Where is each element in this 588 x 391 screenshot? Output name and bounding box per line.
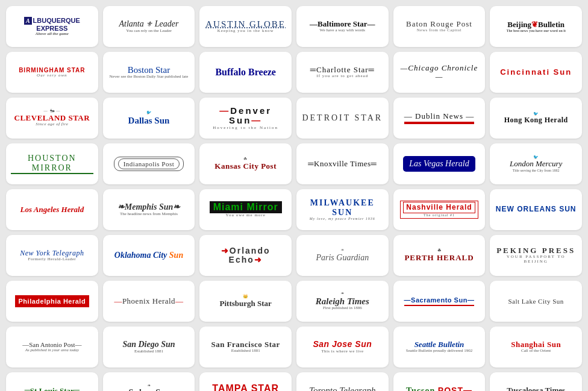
card-paris[interactable]: ❧ Paris Guardian	[296, 235, 389, 276]
card-indianapolis[interactable]: Indianapolis Post	[103, 143, 195, 184]
card-toronto[interactable]: Toronto Telegraph The published in Ameri…	[296, 372, 389, 391]
card-philadelphia[interactable]: Philadelphia Herald	[6, 281, 98, 322]
card-oklahoma[interactable]: Oklahoma City Sun	[103, 235, 195, 276]
card-seattle[interactable]: Seattle Bulletin Seattle Bulletin proudl…	[393, 327, 486, 368]
card-stlouis[interactable]: ═St Louis Star═ Serving, evolving and cr…	[6, 372, 98, 391]
card-sanfrancisco[interactable]: San Francisco Star Established 1881	[199, 327, 292, 368]
card-orlando[interactable]: ➜Orlando Echo➜	[199, 235, 292, 276]
card-sanantonio[interactable]: ―San Antonio Post― As published in your …	[6, 327, 98, 368]
card-sanjose[interactable]: San Jose Sun This is where we live	[296, 327, 389, 368]
card-london[interactable]: 🐦 London Mercury Title serving the City …	[490, 143, 582, 184]
card-hongkong[interactable]: 🐦 Hong Kong Herald	[490, 98, 582, 139]
card-knoxville[interactable]: ═Knoxville Times═	[296, 143, 389, 184]
card-tucson[interactable]: Tucson Post― News from the last capital …	[393, 372, 486, 391]
card-peking[interactable]: Peking Press Your passport to Beijing	[490, 235, 582, 276]
card-neworleans[interactable]: New Orleans Sun	[490, 189, 582, 230]
card-memphis[interactable]: ❧Memphis Sun❧ The headline news from Mem…	[103, 189, 195, 230]
card-sacramento[interactable]: ―Sacramento Sun―	[393, 281, 486, 322]
card-tampa[interactable]: Tampa Star Serving Tampa Bay & Hillsboro…	[199, 372, 292, 391]
card-perth[interactable]: ☘ Perth Herald	[393, 235, 486, 276]
card-austin[interactable]: Austin Globe Keeping you in the know	[199, 6, 292, 47]
card-albuquerque[interactable]: ALBUQUERQUE EXPRESS Above all the game	[6, 6, 98, 47]
card-atlanta[interactable]: Atlanta ⚜ Leader You can rely on the Lea…	[103, 6, 195, 47]
card-tuscaloosa[interactable]: Tuscaloosa Times You're among friends he…	[490, 372, 582, 391]
card-newyork[interactable]: New York Telegraph Formerly Herald-Leade…	[6, 235, 98, 276]
card-cleveland[interactable]: — 🐜 — Cleveland Star Since age of fire	[6, 98, 98, 139]
card-cincinnati[interactable]: Cincinnati Sun	[490, 52, 582, 93]
card-kansascity[interactable]: ☘ Kansas City Post	[199, 143, 292, 184]
card-milwaukee[interactable]: Milwaukee Sun My love, my peace Premier …	[296, 189, 389, 230]
card-sydney[interactable]: ❧ Sydney Sun First commenced in 1812	[103, 372, 195, 391]
card-chicago[interactable]: —Chicago Chronicle—	[393, 52, 486, 93]
card-houston[interactable]: Houston Mirror	[6, 143, 98, 184]
card-dublin[interactable]: ― Dublin News ―	[393, 98, 486, 139]
card-phoenix[interactable]: ―Phoenix Herald―	[103, 281, 195, 322]
card-shanghai[interactable]: Shanghai Sun Call of the Orient	[490, 327, 582, 368]
card-baltimore[interactable]: ―Baltimore Star― We have a way with word…	[296, 6, 389, 47]
card-boston[interactable]: Boston Star Never see the Boston Daily S…	[103, 52, 195, 93]
card-miami[interactable]: Miami Mirror You owe me more	[199, 189, 292, 230]
card-raleigh[interactable]: ❧ Raleigh Times First published in 1886	[296, 281, 389, 322]
card-lasvegas[interactable]: Las Vegas Herald	[393, 143, 486, 184]
card-nashville[interactable]: Nashville Herald The original #1	[393, 189, 486, 230]
card-baton[interactable]: Baton Rouge Post News from the Capitol	[393, 6, 486, 47]
card-buffalo[interactable]: Buffalo Breeze	[199, 52, 292, 93]
card-sandiego[interactable]: San Diego Sun Established 1881	[103, 327, 195, 368]
card-birmingham[interactable]: Birmingham Star Our very own	[6, 52, 98, 93]
card-losangeles[interactable]: Los Angeles Herald	[6, 189, 98, 230]
card-charlotte[interactable]: ═Charlotte Star═ If you are to get ahead	[296, 52, 389, 93]
card-pittsburgh[interactable]: 👑 Pittsburgh Star	[199, 281, 292, 322]
card-dallas[interactable]: 🐦 Dallas Sun	[103, 98, 195, 139]
card-denver[interactable]: ―Denver Sun― Hovering to the Nation	[199, 98, 292, 139]
card-beijing[interactable]: Beijing❦Bulletin The best news you have …	[490, 6, 582, 47]
card-saltlake[interactable]: Salt Lake City Sun	[490, 281, 582, 322]
newspaper-grid: ALBUQUERQUE EXPRESS Above all the game A…	[6, 6, 582, 391]
card-detroit[interactable]: Detroit Star	[296, 98, 389, 139]
